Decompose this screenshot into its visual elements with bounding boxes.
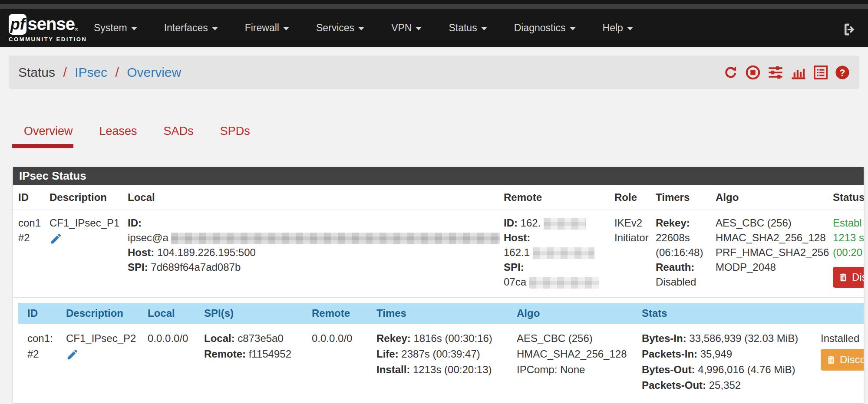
pfsense-logo[interactable]: pf sense ® COMMUNITY EDITION [9,14,78,43]
cell-times: Rekey: 1816s (00:30:16) Life: 2387s (00:… [367,324,508,397]
bytes-out-value: 4,996,016 (4.76 MiB) [698,364,795,375]
role-version: IKEv2 [614,216,656,230]
nav-item-label: Interfaces [164,22,208,34]
window-title-strip [0,4,868,9]
remote-host-label: Host: [504,232,530,243]
tab-spds[interactable]: SPDs [220,114,250,152]
rekey-value: 1816s (00:30:16) [413,332,492,344]
col-header-spis: SPI(s) [195,303,303,324]
install-value: 1213s (00:20:13) [413,364,492,375]
col-header-actions [812,303,864,324]
list-icon[interactable] [813,65,828,80]
algo-ipcomp: IPComp: None [517,362,633,378]
nav-menu: System Interfaces Firewall Services VPN … [94,22,660,34]
local-host-value: 104.189.226.195:500 [157,246,256,258]
nav-item-diagnostics[interactable]: Diagnostics [514,22,576,34]
registered-mark: ® [75,27,78,32]
sign-out-icon[interactable] [842,22,858,37]
child-sa-row: con1: #2 CF1_IPsec_P2 0.0.0.0/0 Local: c… [18,324,864,397]
algo-encryption: AES_CBC (256) [716,216,833,230]
install-label: Install: [376,364,410,375]
remote-spi-value: 07ca [504,276,526,288]
edit-icon[interactable] [66,348,79,361]
redacted-remote-host [533,247,594,259]
breadcrumb-section: Status [18,65,55,79]
col-header-role: Role [614,185,656,210]
algo-dh-group: MODP_2048 [716,260,833,275]
spi-local-value: c873e5a0 [238,332,283,344]
child-description: CF1_IPsec_P2 [66,331,139,346]
local-id-value: ipsec@a [128,232,168,243]
cell-description: CF1_IPsec_P1 [50,210,128,296]
edit-icon[interactable] [50,232,63,245]
bar-chart-icon[interactable] [791,65,806,80]
local-spi-label: SPI: [128,261,148,273]
local-host-label: Host: [128,246,154,258]
cell-status: Establ 1213 s (00:20 Dis [833,210,864,296]
help-icon[interactable]: ? [835,65,850,80]
nav-item-label: Diagnostics [514,22,566,34]
col-header-status: Status [833,185,864,210]
refresh-icon[interactable] [723,65,739,80]
cell-actions: Installed Disco [812,324,864,397]
breadcrumb-link-ipsec[interactable]: IPsec [75,65,107,79]
cell-id: con1: #2 [18,324,57,397]
reauth-value: Disabled [656,275,716,289]
disconnect-button[interactable]: Dis [833,267,864,288]
col-header-times: Times [367,303,508,324]
remote-id-value: 162. [521,217,541,229]
col-header-id: ID [18,303,57,324]
nav-item-services[interactable]: Services [316,22,364,34]
pf-logo-badge: pf [9,14,26,35]
nav-item-label: System [94,22,127,34]
ike-table-row: con1 #2 CF1_IPsec_P1 ID: ipsec@a Host: 1… [13,210,864,296]
ike-table-header-row: ID Description Local Remote Role Timers … [13,185,864,210]
status-established: Establ [833,216,864,230]
disconnect-child-button[interactable]: Disco [821,349,864,371]
nav-item-interfaces[interactable]: Interfaces [164,22,218,34]
cell-algo: AES_CBC (256) HMAC_SHA2_256_128 PRF_HMAC… [716,210,833,296]
remote-spi-label: SPI: [504,261,524,273]
reauth-label: Reauth: [656,260,716,275]
chevron-down-icon [131,27,137,30]
rekey-label: Rekey: [376,332,411,344]
breadcrumb-link-overview[interactable]: Overview [127,65,181,79]
child-sa-section: ID Description Local SPI(s) Remote Times… [13,297,864,397]
disconnect-button-label: Disco [840,352,864,368]
nav-item-help[interactable]: Help [603,22,633,34]
rekey-value: 22608s [656,230,716,245]
stop-icon[interactable] [746,65,760,80]
pfsense-logo-text: sense [27,14,74,34]
col-header-timers: Timers [656,185,716,210]
remote-host-value: 162.1 [504,246,530,258]
breadcrumb: Status / IPsec / Overview [18,65,181,80]
nav-item-firewall[interactable]: Firewall [245,22,289,34]
ipsec-tabs: Overview Leases SADs SPDs [0,114,277,152]
packets-in-value: 35,949 [700,348,732,360]
chevron-down-icon [481,27,487,30]
life-value: 2387s (00:39:47) [401,348,480,360]
child-id-number: #2 [27,346,57,362]
nav-item-label: VPN [391,22,412,34]
cell-spis: Local: c873e5a0 Remote: f1154952 [195,324,303,397]
chevron-down-icon [416,27,422,30]
panel-title: IPsec Status [13,167,864,185]
disconnect-button-label: Dis [852,270,864,285]
col-header-algo: Algo [508,303,633,324]
tab-leases[interactable]: Leases [99,114,137,152]
col-header-local: Local [139,303,195,324]
nav-item-label: Firewall [245,22,279,34]
nav-item-vpn[interactable]: VPN [391,22,422,34]
col-header-description: Description [50,185,128,210]
status-time: (00:20 [833,245,864,260]
local-id-label: ID: [128,217,142,229]
ike-id: con1 [18,216,50,230]
nav-item-system[interactable]: System [94,22,137,34]
tab-sads[interactable]: SADs [164,114,194,152]
chevron-down-icon [570,27,576,30]
life-label: Life: [376,348,399,360]
col-header-remote: Remote [303,303,367,324]
pfsense-logo-top: pf sense ® [9,14,78,35]
sliders-icon[interactable] [767,65,784,80]
nav-item-status[interactable]: Status [449,22,487,34]
